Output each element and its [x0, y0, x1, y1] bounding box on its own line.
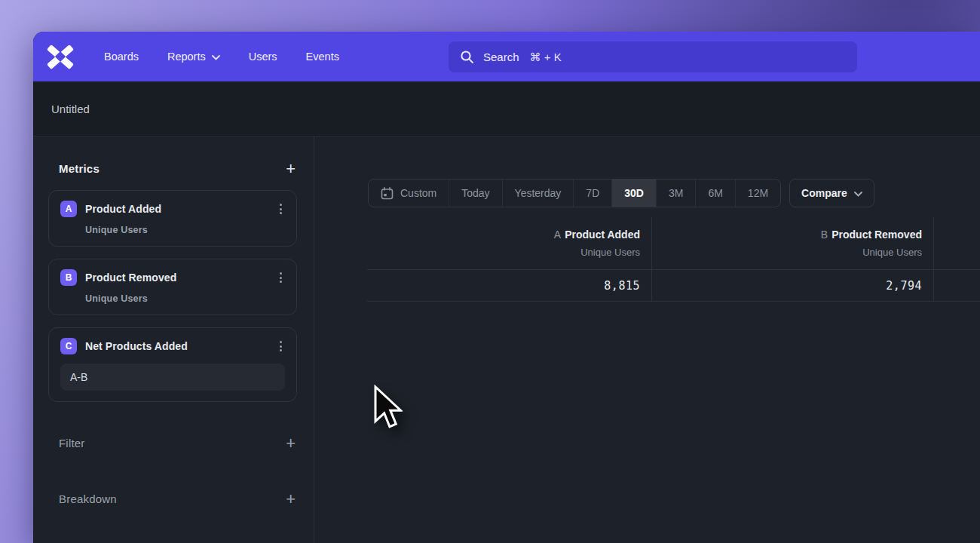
top-navbar: Boards Reports Users Events Search ⌘ + K: [33, 32, 980, 81]
compare-button[interactable]: Compare: [789, 179, 874, 207]
metric-card-c[interactable]: C Net Products Added A-B: [48, 327, 297, 402]
metric-card-a[interactable]: A Product Added Unique Users: [48, 190, 297, 247]
tab-custom[interactable]: Custom: [369, 179, 449, 207]
query-sidebar: Metrics + A Product Added Unique Users B…: [33, 137, 314, 543]
date-range-controls: Custom Today Yesterday 7D 30D 3M 6M 12M …: [368, 179, 874, 207]
metric-title: Net Products Added: [85, 340, 277, 352]
kebab-menu-icon[interactable]: [277, 202, 285, 216]
search-shortcut: ⌘ + K: [530, 51, 562, 64]
filter-label: Filter: [59, 437, 85, 449]
nav-item-reports[interactable]: Reports: [167, 51, 220, 63]
metrics-label: Metrics: [59, 162, 100, 175]
search-input[interactable]: Search ⌘ + K: [449, 41, 857, 72]
metric-measure[interactable]: Unique Users: [85, 293, 285, 304]
app-window: Boards Reports Users Events Search ⌘ + K…: [33, 32, 980, 543]
table-column-header: BProduct Removed Unique Users: [652, 217, 933, 270]
metric-badge-b: B: [60, 269, 77, 286]
nav-item-events[interactable]: Events: [306, 51, 339, 63]
date-range-segmented-control: Custom Today Yesterday 7D 30D 3M 6M 12M: [368, 179, 781, 207]
chevron-down-icon: [854, 187, 862, 199]
tab-today[interactable]: Today: [449, 179, 501, 207]
table-value: 8,815: [367, 270, 651, 302]
nav-items: Boards Reports Users Events: [104, 51, 339, 63]
breakdown-section-header: Breakdown +: [59, 492, 296, 505]
add-breakdown-button[interactable]: +: [286, 493, 296, 505]
search-icon: [460, 50, 474, 64]
mixpanel-logo-icon[interactable]: [47, 44, 74, 69]
table-column-header: AProduct Added Unique Users: [367, 217, 651, 270]
tab-7d[interactable]: 7D: [573, 179, 611, 207]
nav-item-users[interactable]: Users: [249, 51, 277, 63]
metric-badge-c: C: [60, 338, 77, 354]
metric-title: Product Added: [85, 203, 277, 215]
table-value: 2,794: [652, 270, 933, 302]
tab-12m[interactable]: 12M: [735, 179, 780, 207]
tab-yesterday[interactable]: Yesterday: [502, 179, 574, 207]
table-column-b: BProduct Removed Unique Users 2,794: [651, 217, 933, 302]
metrics-section-header: Metrics +: [59, 162, 296, 175]
nav-item-boards[interactable]: Boards: [104, 51, 139, 63]
tab-30d-selected[interactable]: 30D: [611, 179, 656, 207]
metrics-table: AProduct Added Unique Users 8,815 BProdu…: [367, 217, 980, 302]
calendar-icon: [381, 187, 394, 200]
formula-input[interactable]: A-B: [60, 364, 285, 391]
kebab-menu-icon[interactable]: [277, 339, 285, 353]
breakdown-label: Breakdown: [59, 492, 117, 505]
search-placeholder: Search: [483, 51, 519, 63]
metric-measure[interactable]: Unique Users: [85, 225, 285, 235]
report-main: Custom Today Yesterday 7D 30D 3M 6M 12M …: [314, 137, 980, 543]
metric-title: Product Removed: [85, 272, 277, 284]
add-metric-button[interactable]: +: [286, 163, 296, 175]
tab-6m[interactable]: 6M: [695, 179, 734, 207]
chevron-down-icon: [212, 51, 220, 63]
metric-card-b[interactable]: B Product Removed Unique Users: [48, 259, 297, 315]
filter-section-header: Filter +: [59, 437, 296, 449]
add-filter-button[interactable]: +: [286, 437, 296, 449]
doc-header: Untitled: [33, 81, 980, 137]
kebab-menu-icon[interactable]: [277, 271, 285, 284]
doc-title[interactable]: Untitled: [51, 103, 90, 115]
metric-badge-a: A: [60, 201, 77, 217]
table-column-stub: [933, 217, 980, 302]
table-column-a: AProduct Added Unique Users 8,815: [367, 217, 651, 302]
tab-3m[interactable]: 3M: [656, 179, 695, 207]
